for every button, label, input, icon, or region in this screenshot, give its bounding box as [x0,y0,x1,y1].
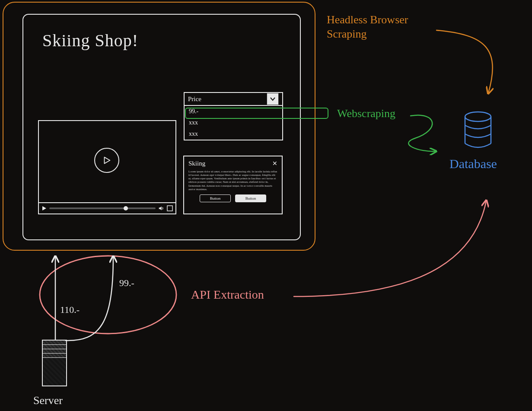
svg-point-2 [40,256,176,334]
headless-browser-label: Headless BrowserScraping [327,13,408,41]
dropdown-label: Price [188,96,201,103]
arrow-api-to-db [294,201,486,296]
video-controls [39,202,175,213]
server-label: Server [33,394,63,407]
dropdown-header[interactable]: Price [184,92,283,106]
arrow-webscraping-to-db [408,115,436,151]
controls-play-icon[interactable] [41,206,47,211]
svg-point-1 [465,112,491,121]
close-icon[interactable]: ✕ [272,160,277,167]
svg-rect-0 [167,206,172,211]
dropdown-option[interactable]: xxx [185,128,282,140]
fullscreen-icon[interactable] [167,205,173,211]
progress-track[interactable] [49,207,156,209]
info-dialog: Skiing ✕ Lorem ipsum dolor sit amet, con… [183,156,283,214]
database-label: Database [449,156,497,171]
play-icon [102,156,111,165]
arrow-headless-to-db [436,30,493,93]
page-title: Skiing Shop! [42,30,138,51]
progress-thumb[interactable] [124,206,128,210]
webscraping-label: Webscraping [337,107,395,120]
api-extraction-label: API Extraction [191,288,264,302]
dialog-button-secondary[interactable]: Button [200,194,231,202]
webscraping-highlight-box [185,108,328,119]
play-button[interactable] [94,148,119,173]
chevron-down-icon[interactable] [267,93,279,105]
server-icon [42,340,67,386]
database-icon [464,112,492,149]
dialog-button-primary[interactable]: Button [235,194,266,202]
dialog-title: Skiing [188,160,205,167]
api-extraction-circle [38,254,178,335]
volume-icon[interactable] [158,205,164,211]
dialog-body-text: Lorem ipsum dolor sit amet, consectetur … [188,170,277,191]
